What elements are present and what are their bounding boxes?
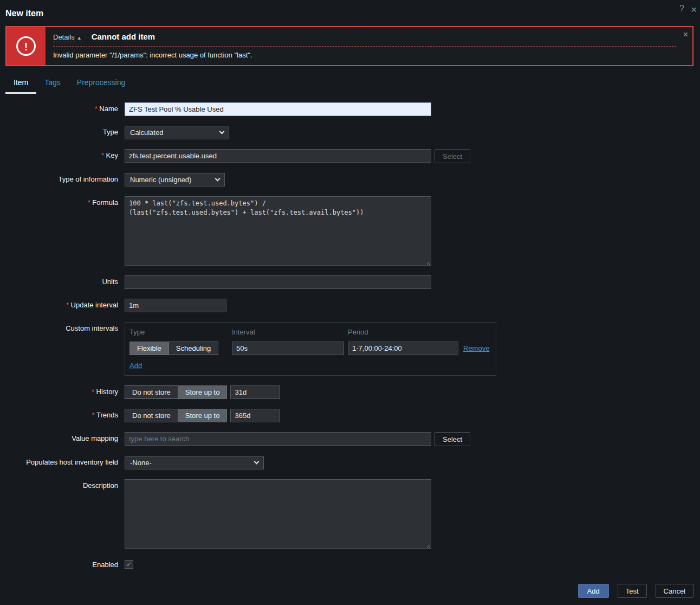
column-header-type: Type [129, 328, 232, 336]
enabled-checkbox[interactable] [125, 560, 133, 569]
history-storage-toggle: Do not store Store up to [125, 385, 227, 399]
form-row-update-interval: Update interval [5, 299, 700, 312]
chevron-down-icon [254, 459, 260, 465]
interval-type-toggle: Flexible Scheduling [129, 342, 232, 355]
chevron-down-icon [219, 129, 225, 134]
key-input[interactable] [125, 149, 431, 163]
error-title: Cannot add item [92, 32, 155, 41]
type-of-information-select-value: Numeric (unsigned) [130, 176, 191, 184]
type-of-information-label: Type of information [5, 173, 118, 183]
column-header-period: Period [348, 328, 368, 336]
form-row-name: Name [5, 102, 700, 116]
key-label: Key [5, 149, 118, 159]
form-row-trends: Trends Do not store Store up to [5, 409, 700, 422]
chevron-down-icon [215, 176, 221, 182]
error-badge [7, 27, 46, 65]
error-content: × Details▲ Cannot add item Invalid param… [46, 27, 692, 65]
tab-preprocessing[interactable]: Preprocessing [69, 78, 134, 94]
form-row-history: History Do not store Store up to [5, 385, 700, 399]
details-label: Details [53, 33, 75, 42]
trends-label: Trends [5, 409, 118, 419]
type-select-value: Calculated [130, 128, 163, 137]
interval-type-scheduling-button[interactable]: Scheduling [169, 342, 218, 355]
form-row-key: Key Select [5, 149, 700, 163]
interval-type-flexible-button[interactable]: Flexible [129, 342, 169, 355]
form-row-type: Type Calculated [5, 126, 700, 139]
update-interval-label: Update interval [5, 299, 118, 309]
description-label: Description [5, 479, 118, 490]
form-row-populates-host-inventory-field: Populates host inventory field -None- [5, 456, 700, 469]
item-form: Name Type Calculated Key Select Type of … [0, 102, 700, 569]
update-interval-input[interactable] [125, 299, 226, 312]
enabled-label: Enabled [5, 558, 118, 569]
form-row-type-of-information: Type of information Numeric (unsigned) [5, 173, 700, 186]
type-label: Type [5, 126, 118, 136]
key-select-button[interactable]: Select [435, 149, 470, 163]
form-row-enabled: Enabled [5, 558, 700, 569]
history-do-not-store-button[interactable]: Do not store [125, 385, 178, 399]
column-header-interval: Interval [232, 328, 348, 336]
populates-host-inventory-field-select[interactable]: -None- [125, 456, 264, 469]
custom-intervals-label: Custom intervals [5, 322, 118, 332]
dialog-footer: Add Test Cancel [578, 584, 693, 598]
form-row-formula: Formula 100 * last("zfs.test.used.bytes"… [5, 196, 700, 266]
details-toggle[interactable]: Details▲ [53, 33, 82, 41]
caret-up-icon: ▲ [77, 35, 82, 41]
tab-tags[interactable]: Tags [36, 78, 69, 94]
formula-label: Formula [5, 196, 118, 207]
error-message: Invalid parameter "/1/params": incorrect… [53, 51, 676, 59]
units-label: Units [5, 275, 118, 286]
name-input[interactable] [125, 102, 431, 116]
help-icon[interactable]: ? [679, 4, 684, 15]
history-label: History [5, 385, 118, 396]
type-select[interactable]: Calculated [125, 126, 229, 139]
value-mapping-input[interactable] [125, 432, 431, 446]
error-header: Details▲ Cannot add item [53, 32, 676, 47]
populates-host-inventory-field-label: Populates host inventory field [5, 456, 118, 466]
add-button[interactable]: Add [578, 584, 609, 598]
trends-do-not-store-button[interactable]: Do not store [125, 409, 178, 422]
error-message-box: × Details▲ Cannot add item Invalid param… [5, 26, 693, 66]
custom-intervals-header: Type Interval Period [129, 328, 491, 336]
titlebar-icons: ? × [679, 4, 697, 15]
tab-bar: Item Tags Preprocessing [0, 78, 700, 94]
description-textarea[interactable] [125, 479, 431, 549]
value-mapping-label: Value mapping [5, 432, 118, 442]
type-of-information-select[interactable]: Numeric (unsigned) [125, 173, 225, 186]
error-close-icon[interactable]: × [683, 30, 688, 39]
custom-interval-input[interactable] [232, 342, 344, 355]
close-icon[interactable]: × [691, 4, 697, 15]
form-row-description: Description [5, 479, 700, 549]
trends-store-up-to-button[interactable]: Store up to [178, 409, 228, 422]
history-value-input[interactable] [230, 385, 280, 399]
value-mapping-select-button[interactable]: Select [435, 432, 470, 446]
form-row-custom-intervals: Custom intervals Type Interval Period Fl… [5, 322, 700, 376]
exclamation-icon [16, 36, 36, 56]
trends-storage-toggle: Do not store Store up to [125, 409, 227, 422]
history-store-up-to-button[interactable]: Store up to [178, 385, 228, 399]
custom-period-input[interactable] [348, 342, 458, 355]
remove-interval-link[interactable]: Remove [463, 344, 489, 352]
add-interval-link[interactable]: Add [129, 362, 142, 370]
formula-textarea[interactable]: 100 * last("zfs.test.used.bytes") / (las… [125, 196, 431, 266]
dialog-titlebar: New item ? × [0, 0, 700, 22]
cancel-button[interactable]: Cancel [656, 584, 693, 598]
dialog-title: New item [5, 9, 693, 18]
custom-interval-row: Flexible Scheduling Remove [129, 342, 491, 355]
test-button[interactable]: Test [618, 584, 647, 598]
units-input[interactable] [125, 275, 431, 289]
tab-item[interactable]: Item [5, 78, 36, 94]
custom-intervals-panel: Type Interval Period Flexible Scheduling… [125, 322, 496, 376]
form-row-value-mapping: Value mapping Select [5, 432, 700, 446]
form-row-units: Units [5, 275, 700, 289]
trends-value-input[interactable] [230, 409, 280, 422]
name-label: Name [5, 102, 118, 113]
populates-host-inventory-field-value: -None- [130, 459, 152, 467]
